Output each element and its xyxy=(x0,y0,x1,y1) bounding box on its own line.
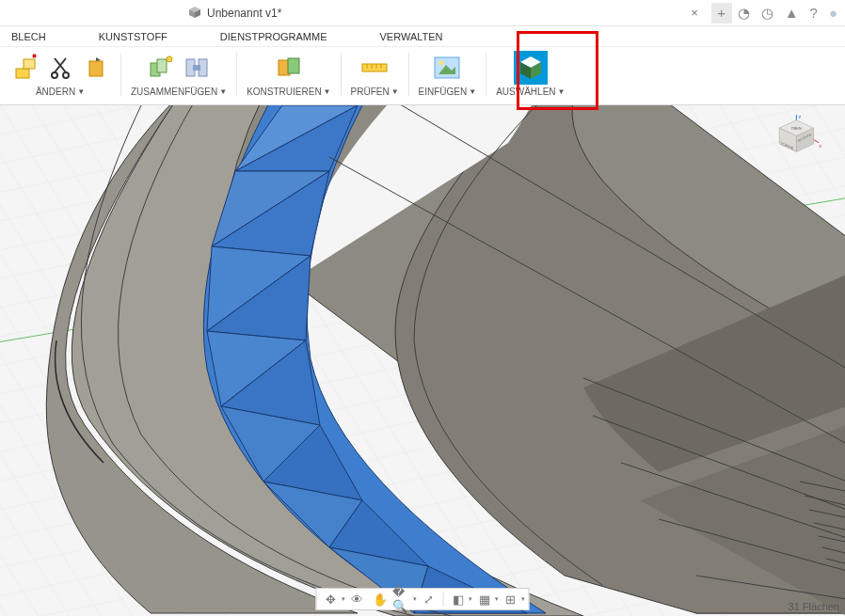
svg-text:x: x xyxy=(819,143,821,149)
svg-point-28 xyxy=(439,61,444,66)
svg-point-8 xyxy=(63,72,69,78)
extensions-icon[interactable]: ◔ xyxy=(738,5,750,22)
history-icon[interactable]: ◷ xyxy=(761,5,773,22)
svg-rect-14 xyxy=(157,59,167,72)
menu-blech[interactable]: BLECH xyxy=(11,31,46,42)
menu-bar: BLECH KUNSTSTOFF DIENSTPROGRAMME VERWALT… xyxy=(0,26,845,47)
svg-rect-3 xyxy=(16,69,29,78)
svg-rect-20 xyxy=(288,58,299,73)
modeling-canvas[interactable]: z x OBEN VORNE RECHTS ✥▾ 👁 ✋ �🔍▾ ⤢ ◧▾ ▦▾… xyxy=(0,105,845,616)
label-auswaehlen[interactable]: AUSWÄHLEN▼ xyxy=(496,87,565,97)
label-zusammenfuegen[interactable]: ZUSAMMENFÜGEN▼ xyxy=(131,87,227,97)
label-konstruieren[interactable]: KONSTRUIEREN▼ xyxy=(247,87,330,97)
orbit-icon[interactable]: ✥ xyxy=(321,590,342,608)
svg-point-15 xyxy=(167,56,172,62)
chevron-down-icon: ▼ xyxy=(77,87,85,96)
viewcube-top-label: OBEN xyxy=(791,127,802,131)
select-icon[interactable] xyxy=(514,51,548,85)
group-auswaehlen: AUSWÄHLEN▼ xyxy=(486,47,574,97)
notifications-icon[interactable]: ▲ xyxy=(785,5,799,21)
display-mode-icon[interactable]: ◧ xyxy=(448,590,469,608)
label-pruefen[interactable]: PRÜFEN▼ xyxy=(351,87,399,97)
chevron-down-icon: ▼ xyxy=(391,87,399,96)
svg-rect-21 xyxy=(362,64,387,71)
grid-icon[interactable]: ▦ xyxy=(474,590,495,608)
pan-icon[interactable]: ✋ xyxy=(370,590,391,608)
joint-icon[interactable] xyxy=(182,53,212,83)
app-actions: ◔ ◷ ▲ ? ● xyxy=(738,5,845,22)
group-einfuegen: EINFÜGEN▼ xyxy=(409,47,486,97)
menu-verwalten[interactable]: VERWALTEN xyxy=(380,31,443,42)
svg-rect-11 xyxy=(89,61,103,76)
zoom-icon[interactable]: �🔍 xyxy=(392,590,413,608)
tab-title: Unbenannt v1* xyxy=(207,7,281,20)
group-aendern: ÄNDERN▼ xyxy=(0,47,120,97)
label-einfuegen[interactable]: EINFÜGEN▼ xyxy=(419,87,477,97)
svg-rect-18 xyxy=(193,65,200,71)
help-icon[interactable]: ? xyxy=(810,5,818,21)
insert-image-icon[interactable] xyxy=(432,53,462,83)
chevron-down-icon: ▼ xyxy=(469,87,476,96)
construct-plane-icon[interactable] xyxy=(274,53,304,83)
navigation-bar: ✥▾ 👁 ✋ �🔍▾ ⤢ ◧▾ ▦▾ ⊞▾ xyxy=(316,588,530,610)
menu-kunststoff[interactable]: KUNSTSTOFF xyxy=(99,31,167,42)
material-icon[interactable] xyxy=(81,53,111,83)
chevron-down-icon: ▼ xyxy=(324,87,331,96)
svg-rect-4 xyxy=(24,59,35,69)
cut-icon[interactable] xyxy=(45,53,75,83)
press-pull-icon[interactable] xyxy=(9,53,40,83)
cube-icon xyxy=(188,6,201,21)
close-tab-button[interactable]: × xyxy=(685,6,704,20)
chevron-down-icon: ▼ xyxy=(219,87,227,96)
group-zusammenfuegen: ZUSAMMENFÜGEN▼ xyxy=(121,47,236,97)
measure-icon[interactable] xyxy=(359,53,390,83)
fit-icon[interactable]: ⤢ xyxy=(419,590,439,608)
group-pruefen: PRÜFEN▼ xyxy=(342,47,408,97)
toolbar: ÄNDERN▼ ZUSAMMENFÜGEN▼ xyxy=(0,47,845,105)
add-tab-button[interactable]: + xyxy=(711,3,732,24)
chevron-down-icon: ▼ xyxy=(558,87,566,96)
look-at-icon[interactable]: 👁 xyxy=(347,590,368,608)
viewport-icon[interactable]: ⊞ xyxy=(501,590,521,608)
menu-dienstprogramme[interactable]: DIENSTPROGRAMME xyxy=(220,31,327,42)
document-tab[interactable]: Unbenannt v1* xyxy=(179,0,291,25)
status-text: 31 Flächen xyxy=(789,601,839,612)
svg-marker-12 xyxy=(96,57,101,61)
assemble-icon[interactable] xyxy=(146,53,176,83)
svg-text:z: z xyxy=(799,114,802,119)
view-cube[interactable]: z x OBEN VORNE RECHTS xyxy=(775,111,828,164)
avatar-icon[interactable]: ● xyxy=(829,5,837,21)
tab-bar: Unbenannt v1* × + ◔ ◷ ▲ ? ● xyxy=(0,0,845,26)
svg-point-7 xyxy=(52,72,57,78)
label-aendern[interactable]: ÄNDERN▼ xyxy=(36,87,85,97)
group-konstruieren: KONSTRUIEREN▼ xyxy=(237,47,340,97)
